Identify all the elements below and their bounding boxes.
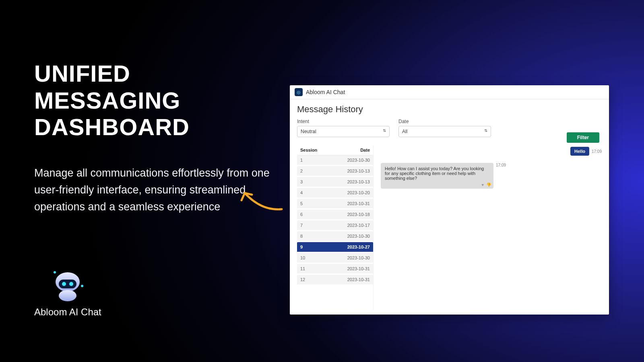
cell-session: 6 [300,212,303,217]
cell-session: 3 [300,179,303,184]
sessions-table: Session Date 12023-10-3022023-10-1332023… [297,145,374,310]
cell-session: 4 [300,190,303,195]
svg-rect-3 [59,280,76,288]
chevron-updown-icon: ⇅ [484,129,487,133]
intent-label: Intent [297,119,390,124]
bot-time: 17:09 [496,163,506,167]
cell-session: 7 [300,223,303,228]
brand-label: Abloom AI Chat [34,306,101,318]
app-panel: ◎ Abloom AI Chat Message History Intent … [290,85,609,315]
cell-date: 2023-10-27 [347,245,370,249]
svg-point-4 [62,282,66,286]
cell-date: 2023-10-31 [347,201,370,206]
sessions-header-row: Session Date [297,145,373,155]
chat-pane: Hello 17:09 Hello! How can I assist you … [381,145,602,310]
cell-date: 2023-10-31 [347,266,370,271]
chat-user-message: Hello 17:09 [570,147,602,156]
cell-session: 5 [300,201,303,206]
date-label: Date [398,119,491,124]
page-title: Message History [290,99,609,119]
intent-filter-group: Intent Neutral ⇅ [297,119,390,137]
cell-date: 2023-10-18 [347,212,370,217]
date-select[interactable]: All ⇅ [398,126,491,137]
user-time: 17:09 [592,149,602,154]
table-row[interactable]: 42023-10-20 [297,188,373,199]
cell-session: 11 [300,266,305,271]
table-row[interactable]: 102023-10-30 [297,253,373,264]
table-row[interactable]: 12023-10-30 [297,155,373,166]
svg-point-6 [59,290,76,301]
user-bubble: Hello [570,147,589,156]
cell-date: 2023-10-30 [347,234,370,239]
reaction-icons[interactable]: ♥ 👎 [482,183,491,187]
table-row[interactable]: 92023-10-27 [297,242,373,253]
cell-date: 2023-10-30 [347,158,370,162]
cell-date: 2023-10-31 [347,277,370,282]
cell-session: 1 [300,158,303,162]
svg-point-0 [54,271,56,274]
cell-session: 12 [300,277,305,282]
table-row[interactable]: 32023-10-13 [297,177,373,188]
filter-button[interactable]: Filter [567,132,599,143]
svg-point-1 [81,285,83,287]
cell-session: 9 [300,245,303,249]
col-session: Session [300,148,317,152]
brand-block: Abloom AI Chat [34,268,101,318]
date-filter-group: Date All ⇅ [398,119,491,137]
filters-row: Intent Neutral ⇅ Date All ⇅ Filter [290,119,609,145]
table-row[interactable]: 112023-10-31 [297,264,373,275]
hero-title: UNIFIED MESSAGING DASHBOARD [34,60,276,141]
cell-session: 8 [300,234,303,239]
bot-bubble: Hello! How can I assist you today? Are y… [381,163,493,189]
svg-point-5 [69,282,73,286]
panel-header: ◎ Abloom AI Chat [290,85,609,99]
chevron-updown-icon: ⇅ [383,129,386,133]
app-name: Abloom AI Chat [306,89,345,95]
intent-select[interactable]: Neutral ⇅ [297,126,390,137]
table-row[interactable]: 72023-10-17 [297,220,373,231]
date-select-value: All [402,129,407,134]
app-logo-icon: ◎ [295,88,303,96]
cell-date: 2023-10-13 [347,179,370,184]
curved-arrow-icon [237,189,286,213]
table-row[interactable]: 62023-10-18 [297,210,373,220]
table-row[interactable]: 122023-10-31 [297,275,373,286]
col-date: Date [360,148,370,152]
bot-text: Hello! How can I assist you today? Are y… [385,166,484,181]
cell-date: 2023-10-17 [347,223,370,228]
cell-date: 2023-10-20 [347,190,370,195]
cell-date: 2023-10-13 [347,169,370,173]
intent-select-value: Neutral [301,129,316,134]
table-row[interactable]: 52023-10-31 [297,199,373,210]
table-row[interactable]: 22023-10-13 [297,166,373,177]
cell-session: 2 [300,169,303,173]
cell-session: 10 [300,255,305,260]
robot-mascot-icon [47,268,88,302]
cell-date: 2023-10-30 [347,255,370,260]
table-row[interactable]: 82023-10-30 [297,231,373,242]
chat-bot-message: Hello! How can I assist you today? Are y… [381,163,506,189]
